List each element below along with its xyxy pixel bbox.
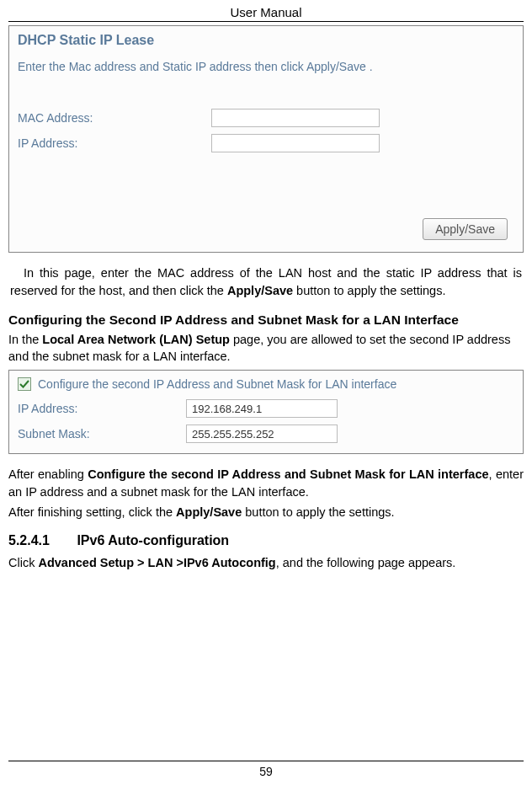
subnet-mask-input[interactable] xyxy=(186,425,338,443)
config-checkbox-label: Configure the second IP Address and Subn… xyxy=(38,377,396,391)
ip-address-row: IP Address: xyxy=(18,132,514,154)
paragraph-lan-setup: In the Local Area Network (LAN) Setup pa… xyxy=(8,332,524,365)
para1-bold: Apply/Save xyxy=(227,284,293,297)
second-ip-label: IP Address: xyxy=(18,402,186,415)
config-checkbox[interactable] xyxy=(18,377,31,391)
heading-second-ip: Configuring the Second IP Address and Su… xyxy=(8,312,524,328)
paragraph-after-enabling: After enabling Configure the second IP A… xyxy=(8,466,524,501)
para3-t1: After enabling xyxy=(8,467,88,481)
header-title: User Manual xyxy=(230,5,301,19)
para2-text-before: In the xyxy=(8,333,42,346)
para5-t1: Click xyxy=(8,556,38,569)
para3-b1: Configure the second IP Address and Subn… xyxy=(88,467,488,481)
paragraph-click-advanced: Click Advanced Setup > LAN >IPv6 Autocon… xyxy=(8,555,524,572)
page-number: 59 xyxy=(8,761,524,778)
ip-address-label: IP Address: xyxy=(18,136,211,150)
second-ip-row: IP Address: xyxy=(18,398,514,419)
subnet-mask-label: Subnet Mask: xyxy=(18,427,186,441)
para1-text-after: button to apply the settings. xyxy=(293,284,445,297)
section-number: 5.2.4.1 xyxy=(8,533,50,547)
para4-t2: button to apply the settings. xyxy=(242,505,394,519)
dhcp-description: Enter the Mac address and Static IP addr… xyxy=(9,51,523,73)
ip-address-input[interactable] xyxy=(211,134,380,152)
para5-b1: Advanced Setup > LAN >IPv6 Autoconfig xyxy=(38,556,275,569)
page-content: DHCP Static IP Lease Enter the Mac addre… xyxy=(0,25,532,571)
para5-t2: , and the following page appears. xyxy=(276,556,456,569)
config-checkbox-row: Configure the second IP Address and Subn… xyxy=(18,377,514,391)
subnet-mask-row: Subnet Mask: xyxy=(18,423,514,445)
screenshot-dhcp-static-lease: DHCP Static IP Lease Enter the Mac addre… xyxy=(8,25,524,253)
second-ip-input[interactable] xyxy=(186,399,338,418)
para4-b1: Apply/Save xyxy=(176,505,242,519)
para2-bold: Local Area Network (LAN) Setup xyxy=(42,333,230,346)
paragraph-after-finishing: After finishing setting, click the Apply… xyxy=(8,505,524,521)
para4-t1: After finishing setting, click the xyxy=(8,505,176,519)
screenshot-second-ip-config: Configure the second IP Address and Subn… xyxy=(8,370,524,454)
mac-address-row: MAC Address: xyxy=(18,107,514,129)
mac-address-input[interactable] xyxy=(211,109,380,127)
section-heading-ipv6: 5.2.4.1 IPv6 Auto-configuration xyxy=(8,533,524,548)
page-header: User Manual xyxy=(8,0,524,22)
dhcp-form: MAC Address: IP Address: xyxy=(9,73,523,154)
mac-address-label: MAC Address: xyxy=(18,111,211,125)
paragraph-dhcp-instruction: In this page, enter the MAC address of t… xyxy=(8,264,524,300)
dhcp-title: DHCP Static IP Lease xyxy=(9,26,523,51)
section-title: IPv6 Auto-configuration xyxy=(77,533,229,547)
apply-save-button[interactable]: Apply/Save xyxy=(423,218,508,240)
checkmark-icon xyxy=(19,379,29,389)
